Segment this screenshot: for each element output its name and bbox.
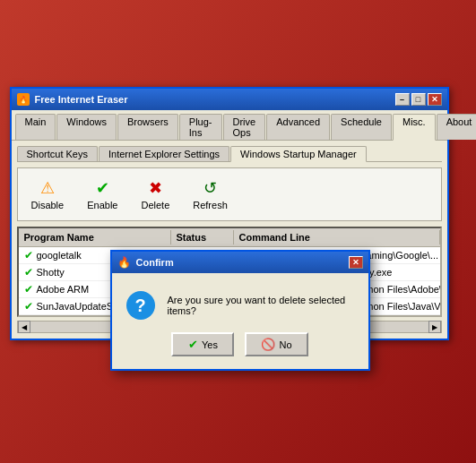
confirm-buttons: ✔ Yes 🚫 No [112,332,368,369]
confirm-title-text: Confirm [136,257,174,268]
dialog-overlay: 🔥 Confirm ✕ ? Are you sure you want to d… [12,89,447,339]
main-window: 🔥 Free Internet Eraser – □ ✕ Main Window… [10,87,449,340]
confirm-dialog: 🔥 Confirm ✕ ? Are you sure you want to d… [110,250,370,371]
confirm-title-icon: 🔥 [117,256,131,269]
confirm-message: Are you sure you want to delete selected… [168,295,354,316]
yes-label: Yes [202,339,218,350]
confirm-title-left: 🔥 Confirm [117,256,174,269]
confirm-title-bar: 🔥 Confirm ✕ [112,252,368,273]
no-label: No [279,339,291,350]
no-button[interactable]: 🚫 No [245,332,307,356]
confirm-body: ? Are you sure you want to delete select… [112,273,368,332]
yes-button[interactable]: ✔ Yes [171,332,234,356]
no-icon: 🚫 [261,338,275,351]
question-icon: ? [126,291,155,320]
confirm-close-button[interactable]: ✕ [349,256,363,269]
yes-icon: ✔ [188,338,198,351]
